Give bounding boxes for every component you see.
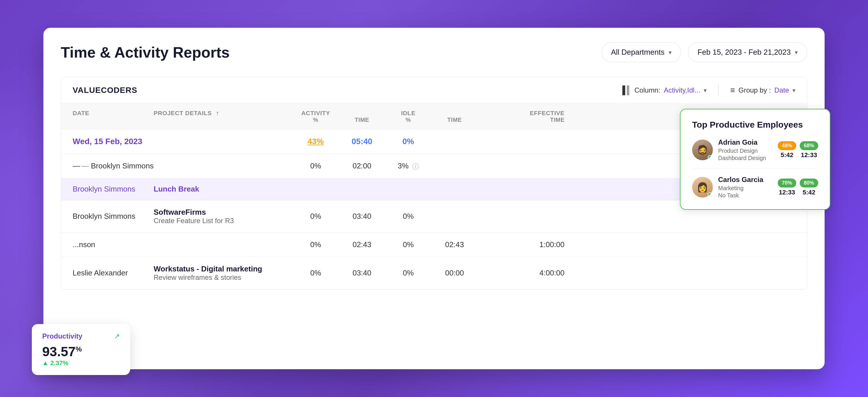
stat-time-2: 5:42	[803, 189, 815, 196]
col-date: DATE	[73, 110, 154, 123]
badge-orange: 48%	[778, 141, 796, 150]
employee-name: Leslie Alexander	[73, 269, 154, 277]
chevron-down-icon: ▾	[793, 87, 795, 94]
project-task: Review wireframes & stories	[154, 273, 298, 281]
date-group-activity-pct: 43%	[298, 137, 333, 146]
page-title: Time & Activity Reports	[61, 44, 230, 61]
chevron-down-icon: ▾	[704, 87, 707, 94]
employee-stats: 70% 12:33 80% 5:42	[778, 179, 818, 196]
productivity-value: 93.57%	[42, 344, 82, 359]
idle-pct: 0%	[391, 240, 426, 249]
date-group-label: Wed, 15 Feb, 2023	[73, 137, 154, 146]
table-toolbar: VALUECODERS ▐║ Column: Activity,Idl... ▾…	[61, 77, 807, 104]
stat-group-1: 48% 5:42	[778, 141, 796, 159]
date-filter[interactable]: Feb 15, 2023 - Feb 21,2023 ▾	[688, 42, 807, 62]
employee-name: — — Brooklyn Simmons	[73, 161, 154, 171]
groupby-label: Group by :	[738, 86, 771, 94]
column-value: Activity,Idl...	[664, 86, 700, 94]
productivity-widget: Productivity ↗ 93.57% ▲ 2.37%	[32, 324, 130, 375]
effective-time: 4:00:00	[484, 269, 564, 277]
idle-pct: 0%	[391, 269, 426, 277]
activity-time: 03:40	[333, 269, 391, 277]
project-name: SoftwareFirms	[154, 208, 298, 217]
employee-card-task: Dashboard Design	[718, 155, 773, 161]
top-employees-card: Top Productive Employees 🧔 Adrian Goia P…	[680, 109, 830, 210]
stat-group-2: 68% 12:33	[800, 141, 818, 159]
column-control[interactable]: ▐║ Column: Activity,Idl... ▾	[619, 86, 707, 95]
header-controls: All Departments ▾ Feb 15, 2023 - Feb 21,…	[601, 42, 807, 62]
col-project: PROJECT DETAILS ↑	[154, 110, 298, 123]
trend-icon: ↗	[114, 332, 120, 340]
stat-time-1: 5:42	[781, 151, 793, 159]
employee-card-name: Adrian Goia	[718, 138, 773, 146]
groupby-value: Date	[774, 86, 789, 94]
stat-group-1: 70% 12:33	[778, 179, 796, 196]
department-filter-value: All Departments	[611, 48, 664, 57]
stat-group-2: 80% 5:42	[800, 179, 818, 196]
employee-card-name: Carlos Garcia	[718, 176, 773, 184]
chevron-down-icon: ▾	[669, 49, 672, 56]
idle-time: 02:43	[426, 240, 484, 249]
stat-time-2: 12:33	[801, 151, 817, 159]
col-effective-time: EFFECTIVE TIME	[484, 110, 564, 123]
groupby-control[interactable]: ≡ Group by : Date ▾	[730, 86, 795, 95]
project-name: Workstatus - Digital marketing	[154, 265, 298, 273]
main-card: Time & Activity Reports All Departments …	[43, 28, 825, 369]
productivity-value-row: 93.57%	[42, 344, 120, 359]
activity-time: 02:00	[333, 161, 391, 171]
online-status-dot	[708, 155, 712, 160]
col-idle-time: TIME	[426, 110, 484, 123]
productivity-change: ▲ 2.37%	[42, 359, 120, 367]
productivity-title: Productivity	[42, 332, 83, 340]
toolbar-divider	[718, 85, 719, 95]
department-filter[interactable]: All Departments ▾	[601, 42, 681, 62]
employee-name: Brooklyn Simmons	[73, 212, 154, 221]
col-activity-time: TIME	[333, 110, 391, 123]
date-group-idle-pct: 0%	[391, 137, 426, 146]
table-row: Leslie Alexander Workstatus - Digital ma…	[61, 257, 807, 289]
toolbar-right: ▐║ Column: Activity,Idl... ▾ ≡ Group by …	[619, 85, 795, 95]
info-icon[interactable]: i	[412, 163, 418, 170]
stat-time-1: 12:33	[779, 189, 795, 196]
activity-time: 02:43	[333, 240, 391, 249]
employee-stats: 48% 5:42 68% 12:33	[778, 141, 818, 159]
col-idle-pct: IDLE %	[391, 110, 426, 123]
column-icon: ▐║	[619, 86, 631, 95]
project-details: SoftwareFirms Create Feature List for R3	[154, 208, 298, 225]
page-header: Time & Activity Reports All Departments …	[61, 42, 807, 62]
date-group-activity-time: 05:40	[333, 137, 391, 146]
employee-card-row: 👩 Carlos Garcia Marketing No Task 70% 12…	[692, 176, 818, 199]
chevron-down-icon: ▾	[795, 49, 798, 56]
employee-card-dept: Marketing	[718, 185, 773, 191]
activity-pct: 0%	[298, 212, 333, 221]
activity-time: 03:40	[333, 212, 391, 221]
company-name: VALUECODERS	[73, 86, 137, 95]
idle-pct: 0%	[391, 212, 426, 221]
employee-name: ...nson	[73, 240, 154, 249]
online-status-dot	[708, 192, 712, 197]
employee-card-row: 🧔 Adrian Goia Product Design Dashboard D…	[692, 138, 818, 169]
project-details: Workstatus - Digital marketing Review wi…	[154, 265, 298, 281]
table-row: ...nson 0% 02:43 0% 02:43 1:00:00	[61, 233, 807, 257]
dash-icon: —	[73, 161, 80, 171]
col-activity-pct: ACTIVITY %	[298, 110, 333, 123]
employee-info: Adrian Goia Product Design Dashboard Des…	[718, 138, 773, 161]
groupby-icon: ≡	[730, 86, 735, 95]
employee-info: Carlos Garcia Marketing No Task	[718, 176, 773, 199]
column-label: Column:	[634, 86, 660, 94]
idle-pct: 3% i	[391, 161, 426, 171]
lunch-employee: Brooklyn Simmons	[73, 185, 154, 193]
top-employees-title: Top Productive Employees	[692, 120, 818, 130]
employee-card-task: No Task	[718, 192, 773, 199]
effective-time: 1:00:00	[484, 240, 564, 249]
activity-pct: 0%	[298, 240, 333, 249]
date-filter-value: Feb 15, 2023 - Feb 21,2023	[698, 48, 791, 57]
avatar: 👩	[692, 177, 713, 197]
project-task: Create Feature List for R3	[154, 217, 298, 225]
idle-time: 00:00	[426, 269, 484, 277]
productivity-header: Productivity ↗	[42, 332, 120, 340]
badge-green-1: 70%	[778, 179, 796, 187]
badge-green-2: 80%	[800, 179, 818, 187]
avatar: 🧔	[692, 140, 713, 160]
badge-green: 68%	[800, 141, 818, 150]
